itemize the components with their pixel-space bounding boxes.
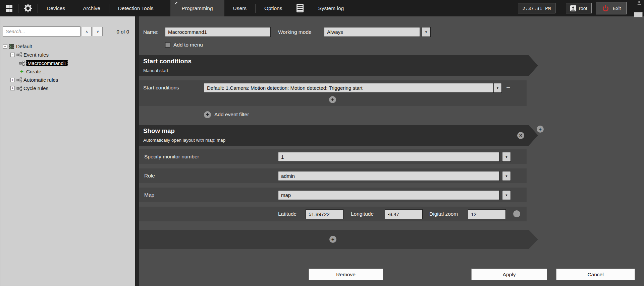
top-menu-bar: Devices Archive Detection Tools Programm… <box>0 0 644 16</box>
longitude-input[interactable] <box>385 209 423 219</box>
longitude-label: Longitude <box>351 207 374 221</box>
remove-action-button[interactable]: × <box>517 132 524 139</box>
section-title: Start conditions <box>143 58 192 65</box>
collapse-icon[interactable]: − <box>3 44 7 49</box>
role-row: Role admin ▼ <box>139 168 527 183</box>
latitude-input[interactable] <box>306 209 343 219</box>
tree-item-label-selected: Macrocommand1 <box>26 60 68 66</box>
current-user-button[interactable]: root <box>566 3 592 13</box>
working-mode-select[interactable]: Always <box>324 27 420 37</box>
create-plus-icon: + <box>19 68 24 75</box>
latitude-label: Latitude <box>278 207 297 221</box>
cancel-button[interactable]: Cancel <box>556 269 635 280</box>
apply-button[interactable]: Apply <box>471 269 547 280</box>
monitor-dropdown-arrow[interactable]: ▼ <box>502 152 511 162</box>
apps-grid-icon <box>5 4 13 12</box>
condition-dropdown-arrow[interactable]: ▼ <box>493 83 502 93</box>
digital-zoom-input[interactable] <box>468 209 506 219</box>
tree-item-label: Default <box>16 44 32 49</box>
add-event-filter-button[interactable]: + Add event filter <box>204 111 249 119</box>
edit-pencil-icon <box>173 1 178 6</box>
tree-item-macrocommand1[interactable]: Macrocommand1 <box>0 59 135 67</box>
menu-item-programming[interactable]: Programming <box>170 0 224 16</box>
digital-zoom-label: Digital zoom <box>429 207 458 221</box>
show-map-action: Show map Automatically open layout with … <box>139 125 555 252</box>
menu-item-detection-tools[interactable]: Detection Tools <box>109 0 162 16</box>
tree-item-label: Event rules <box>23 52 49 58</box>
exit-label: Exit <box>613 6 621 11</box>
menu-item-users[interactable]: Users <box>224 0 255 16</box>
section-title: Show map <box>143 127 175 135</box>
working-mode-dropdown-arrow[interactable]: ▼ <box>422 27 431 37</box>
settings-gear-button[interactable] <box>18 0 38 16</box>
role-label: Role <box>144 168 155 183</box>
name-label: Name: <box>143 27 159 37</box>
tree-item-create[interactable]: + Create... <box>0 67 135 76</box>
monitor-number-row: Specify monitor number 1 ▼ <box>139 149 527 164</box>
add-event-filter-label: Add event filter <box>214 112 249 118</box>
role-select[interactable]: admin <box>278 171 499 181</box>
start-condition-select[interactable]: Default: 1.Camera: Motion detection: Mot… <box>204 83 494 93</box>
add-to-menu-label: Add to menu <box>173 42 203 48</box>
menu-item-system-log[interactable]: System log <box>309 0 353 16</box>
expand-icon[interactable]: + <box>10 86 15 90</box>
exit-button[interactable]: Exit <box>596 2 627 14</box>
remove-button[interactable]: Remove <box>309 269 383 280</box>
add-action-footer: + <box>139 230 538 249</box>
map-select[interactable]: map <box>278 190 499 200</box>
map-dropdown-arrow[interactable]: ▼ <box>502 190 511 200</box>
add-to-menu-checkbox[interactable] <box>165 42 170 48</box>
navigation-panel: ∧ ∨ 0 of 0 − Default − <box>0 16 136 286</box>
apps-grid-button[interactable] <box>0 0 18 16</box>
remove-coordinates-button[interactable]: − <box>513 210 520 217</box>
tree-item-label: Automatic rules <box>23 77 58 83</box>
server-icon <box>9 44 14 49</box>
rule-icon <box>16 86 22 91</box>
add-action-button[interactable]: + <box>537 126 544 133</box>
menu-item-options[interactable]: Options <box>256 0 291 16</box>
corner-user-icon <box>637 0 642 6</box>
panel-splitter[interactable] <box>136 16 139 286</box>
menu-item-archive[interactable]: Archive <box>74 0 109 16</box>
expand-icon[interactable]: + <box>10 78 15 82</box>
start-conditions-block: Start conditions Default: 1.Camera: Moti… <box>139 80 527 106</box>
map-label: Map <box>144 188 154 202</box>
rule-icon <box>16 52 22 58</box>
name-row: Name: Working mode Always ▼ <box>139 27 644 37</box>
content-area: ∧ ∨ 0 of 0 − Default − <box>0 16 644 286</box>
start-conditions-header: Start conditions Manual start <box>139 55 538 76</box>
objects-tree: − Default − <box>0 42 135 92</box>
map-row: Map map ▼ <box>139 188 527 202</box>
collapse-icon[interactable]: − <box>10 53 15 57</box>
monitor-number-label: Specify monitor number <box>144 149 199 164</box>
system-log-icon-button[interactable] <box>291 0 309 16</box>
tree-item-default[interactable]: − Default <box>0 42 135 51</box>
start-condition-label: Start conditions <box>143 80 179 95</box>
add-action-step-button[interactable]: + <box>329 236 336 243</box>
add-condition-button[interactable]: + <box>329 96 336 103</box>
tree-item-cycle-rules[interactable]: + Cycle rules <box>0 84 135 92</box>
clock-display: 2:37:31 PM <box>518 3 555 13</box>
power-icon <box>601 4 610 12</box>
coordinates-row: Latitude Longitude Digital zoom − <box>139 207 527 221</box>
search-prev-button[interactable]: ∧ <box>82 27 92 36</box>
tree-item-automatic-rules[interactable]: + Automatic rules <box>0 76 135 84</box>
panel-collapse-handle[interactable] <box>634 12 643 17</box>
section-subtitle: Automatically open layout with map: map <box>143 138 225 143</box>
remove-condition-button[interactable]: − <box>504 83 512 93</box>
search-input[interactable] <box>3 26 80 37</box>
section-subtitle: Manual start <box>143 68 168 73</box>
search-row: ∧ ∨ 0 of 0 <box>0 26 135 37</box>
search-next-button[interactable]: ∨ <box>93 27 103 36</box>
menu-item-devices[interactable]: Devices <box>38 0 74 16</box>
rule-icon <box>19 61 24 66</box>
name-input[interactable] <box>165 27 271 37</box>
tree-item-event-rules[interactable]: − Event rules <box>0 51 135 59</box>
app-window: Devices Archive Detection Tools Programm… <box>0 0 644 286</box>
user-icon <box>570 5 576 11</box>
tree-item-label: Create... <box>26 69 46 74</box>
monitor-number-select[interactable]: 1 <box>278 152 499 162</box>
gear-icon <box>23 4 33 13</box>
add-to-menu-row: Add to menu <box>165 42 203 48</box>
role-dropdown-arrow[interactable]: ▼ <box>502 171 511 181</box>
